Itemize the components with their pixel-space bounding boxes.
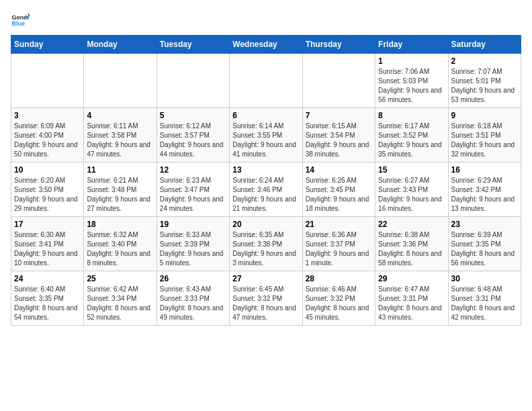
day-header-friday: Friday <box>375 36 448 54</box>
calendar-cell: 27Sunrise: 6:45 AM Sunset: 3:32 PM Dayli… <box>230 271 302 326</box>
day-number: 3 <box>14 111 81 120</box>
calendar-cell <box>11 54 84 108</box>
day-info: Sunrise: 6:26 AM Sunset: 3:45 PM Dayligh… <box>306 176 372 214</box>
day-number: 14 <box>306 165 372 175</box>
day-number: 18 <box>87 220 153 229</box>
day-number: 23 <box>451 220 518 229</box>
day-number: 21 <box>306 220 372 229</box>
day-info: Sunrise: 6:18 AM Sunset: 3:51 PM Dayligh… <box>451 122 518 159</box>
day-info: Sunrise: 6:46 AM Sunset: 3:32 PM Dayligh… <box>306 285 372 322</box>
day-number: 13 <box>232 165 299 175</box>
calendar-cell: 30Sunrise: 6:48 AM Sunset: 3:31 PM Dayli… <box>448 271 521 326</box>
calendar-cell: 4Sunrise: 6:11 AM Sunset: 3:58 PM Daylig… <box>84 108 157 163</box>
day-info: Sunrise: 6:15 AM Sunset: 3:54 PM Dayligh… <box>306 122 372 159</box>
day-number: 9 <box>451 111 518 120</box>
day-number: 19 <box>160 220 226 229</box>
calendar-cell: 29Sunrise: 6:47 AM Sunset: 3:31 PM Dayli… <box>375 271 448 326</box>
day-number: 11 <box>87 165 153 175</box>
day-info: Sunrise: 6:38 AM Sunset: 3:36 PM Dayligh… <box>378 230 445 268</box>
calendar-cell: 13Sunrise: 6:24 AM Sunset: 3:46 PM Dayli… <box>230 163 302 217</box>
day-number: 30 <box>451 274 518 283</box>
day-number: 4 <box>87 111 153 120</box>
day-number: 7 <box>306 111 372 120</box>
calendar-cell: 22Sunrise: 6:38 AM Sunset: 3:36 PM Dayli… <box>375 217 448 271</box>
calendar-cell: 11Sunrise: 6:21 AM Sunset: 3:48 PM Dayli… <box>84 163 157 217</box>
day-info: Sunrise: 6:30 AM Sunset: 3:41 PM Dayligh… <box>14 230 81 268</box>
calendar-cell <box>84 54 157 108</box>
day-info: Sunrise: 6:17 AM Sunset: 3:52 PM Dayligh… <box>378 122 445 159</box>
day-info: Sunrise: 6:12 AM Sunset: 3:57 PM Dayligh… <box>160 122 226 159</box>
day-header-tuesday: Tuesday <box>157 36 229 54</box>
calendar-cell: 5Sunrise: 6:12 AM Sunset: 3:57 PM Daylig… <box>157 108 229 163</box>
logo: General Blue <box>11 11 32 30</box>
day-info: Sunrise: 6:32 AM Sunset: 3:40 PM Dayligh… <box>87 230 153 268</box>
calendar-cell <box>157 54 229 108</box>
day-number: 28 <box>306 274 372 283</box>
day-info: Sunrise: 6:11 AM Sunset: 3:58 PM Dayligh… <box>87 122 153 159</box>
day-number: 5 <box>160 111 226 120</box>
day-number: 10 <box>14 165 81 175</box>
day-header-sunday: Sunday <box>11 36 84 54</box>
day-number: 17 <box>14 220 81 229</box>
day-info: Sunrise: 6:48 AM Sunset: 3:31 PM Dayligh… <box>451 285 518 322</box>
day-info: Sunrise: 6:36 AM Sunset: 3:37 PM Dayligh… <box>306 230 372 268</box>
calendar-cell: 3Sunrise: 6:09 AM Sunset: 4:00 PM Daylig… <box>11 108 84 163</box>
calendar-cell: 6Sunrise: 6:14 AM Sunset: 3:55 PM Daylig… <box>230 108 302 163</box>
day-number: 20 <box>232 220 299 229</box>
calendar-cell: 9Sunrise: 6:18 AM Sunset: 3:51 PM Daylig… <box>448 108 521 163</box>
day-info: Sunrise: 6:42 AM Sunset: 3:34 PM Dayligh… <box>87 285 153 322</box>
day-number: 22 <box>378 220 445 229</box>
day-number: 8 <box>378 111 445 120</box>
header: General Blue <box>11 11 521 30</box>
calendar-cell: 8Sunrise: 6:17 AM Sunset: 3:52 PM Daylig… <box>375 108 448 163</box>
day-info: Sunrise: 6:29 AM Sunset: 3:42 PM Dayligh… <box>451 176 518 214</box>
day-info: Sunrise: 6:23 AM Sunset: 3:47 PM Dayligh… <box>160 176 226 214</box>
day-header-saturday: Saturday <box>448 36 521 54</box>
calendar-cell: 17Sunrise: 6:30 AM Sunset: 3:41 PM Dayli… <box>11 217 84 271</box>
day-number: 29 <box>378 274 445 283</box>
calendar-cell: 24Sunrise: 6:40 AM Sunset: 3:35 PM Dayli… <box>11 271 84 326</box>
calendar-cell: 10Sunrise: 6:20 AM Sunset: 3:50 PM Dayli… <box>11 163 84 217</box>
day-info: Sunrise: 6:33 AM Sunset: 3:39 PM Dayligh… <box>160 230 226 268</box>
day-info: Sunrise: 6:35 AM Sunset: 3:38 PM Dayligh… <box>232 230 299 268</box>
svg-text:Blue: Blue <box>11 20 25 27</box>
day-number: 6 <box>232 111 299 120</box>
day-header-monday: Monday <box>84 36 157 54</box>
day-info: Sunrise: 6:45 AM Sunset: 3:32 PM Dayligh… <box>232 285 299 322</box>
day-number: 1 <box>378 56 445 66</box>
calendar-cell: 7Sunrise: 6:15 AM Sunset: 3:54 PM Daylig… <box>302 108 375 163</box>
calendar-cell <box>230 54 302 108</box>
day-info: Sunrise: 6:20 AM Sunset: 3:50 PM Dayligh… <box>14 176 81 214</box>
day-info: Sunrise: 6:09 AM Sunset: 4:00 PM Dayligh… <box>14 122 81 159</box>
calendar-cell: 28Sunrise: 6:46 AM Sunset: 3:32 PM Dayli… <box>302 271 375 326</box>
day-number: 15 <box>378 165 445 175</box>
calendar-table: SundayMondayTuesdayWednesdayThursdayFrid… <box>11 35 521 326</box>
calendar-cell: 12Sunrise: 6:23 AM Sunset: 3:47 PM Dayli… <box>157 163 229 217</box>
day-info: Sunrise: 7:06 AM Sunset: 5:03 PM Dayligh… <box>378 67 445 105</box>
calendar-cell: 23Sunrise: 6:39 AM Sunset: 3:35 PM Dayli… <box>448 217 521 271</box>
day-info: Sunrise: 7:07 AM Sunset: 5:01 PM Dayligh… <box>451 67 518 105</box>
day-number: 27 <box>232 274 299 283</box>
calendar-cell: 18Sunrise: 6:32 AM Sunset: 3:40 PM Dayli… <box>84 217 157 271</box>
day-info: Sunrise: 6:21 AM Sunset: 3:48 PM Dayligh… <box>87 176 153 214</box>
day-info: Sunrise: 6:14 AM Sunset: 3:55 PM Dayligh… <box>232 122 299 159</box>
day-info: Sunrise: 6:27 AM Sunset: 3:43 PM Dayligh… <box>378 176 445 214</box>
calendar-cell: 26Sunrise: 6:43 AM Sunset: 3:33 PM Dayli… <box>157 271 229 326</box>
calendar-cell: 16Sunrise: 6:29 AM Sunset: 3:42 PM Dayli… <box>448 163 521 217</box>
calendar-cell: 14Sunrise: 6:26 AM Sunset: 3:45 PM Dayli… <box>302 163 375 217</box>
day-number: 2 <box>451 56 518 66</box>
calendar-cell: 15Sunrise: 6:27 AM Sunset: 3:43 PM Dayli… <box>375 163 448 217</box>
day-number: 25 <box>87 274 153 283</box>
day-info: Sunrise: 6:24 AM Sunset: 3:46 PM Dayligh… <box>232 176 299 214</box>
calendar-cell: 2Sunrise: 7:07 AM Sunset: 5:01 PM Daylig… <box>448 54 521 108</box>
calendar-cell <box>302 54 375 108</box>
day-header-wednesday: Wednesday <box>230 36 302 54</box>
logo-icon: General Blue <box>11 11 30 30</box>
day-number: 26 <box>160 274 226 283</box>
day-info: Sunrise: 6:39 AM Sunset: 3:35 PM Dayligh… <box>451 230 518 268</box>
calendar-cell: 25Sunrise: 6:42 AM Sunset: 3:34 PM Dayli… <box>84 271 157 326</box>
day-header-thursday: Thursday <box>302 36 375 54</box>
calendar-cell: 21Sunrise: 6:36 AM Sunset: 3:37 PM Dayli… <box>302 217 375 271</box>
calendar-cell: 20Sunrise: 6:35 AM Sunset: 3:38 PM Dayli… <box>230 217 302 271</box>
day-info: Sunrise: 6:47 AM Sunset: 3:31 PM Dayligh… <box>378 285 445 322</box>
